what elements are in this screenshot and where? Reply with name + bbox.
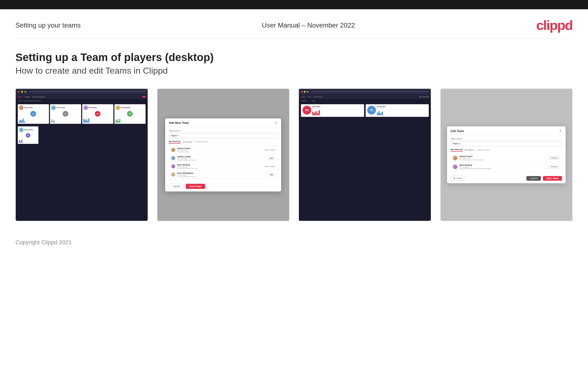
ss3-dot-3 bbox=[307, 91, 308, 93]
card-4: Edit Team ✕ Team Name * My Team (2) All … bbox=[440, 89, 573, 221]
modal-footer: Cancel Save Team bbox=[165, 182, 281, 191]
player-info-3: Blair McHarg Plus HandicapRoyal North De… bbox=[177, 164, 262, 169]
card-2-screenshot: Add New Team ✕ Team Name * My Team (2) A… bbox=[157, 89, 289, 221]
ss3-nav-teams: Teams bbox=[308, 96, 312, 98]
edit-player-name-2: Blair McHarg bbox=[459, 164, 547, 166]
delete-team-button[interactable]: 🗑 Delete bbox=[451, 176, 465, 181]
player-avatar-4 bbox=[171, 172, 175, 177]
ss1-topbar bbox=[16, 89, 148, 94]
ss1-player-2: Adrian Collins 0 bbox=[50, 104, 81, 124]
ss1-player-3: Blair McHarg 94 bbox=[82, 104, 113, 124]
card-4-text: 4) When editing your Team, you can chang… bbox=[441, 221, 573, 221]
edit-players-list: Adrian Player Plus HandicapThe Shire Lon… bbox=[451, 154, 562, 171]
edit-modal-tabs: My Team (2) All Players ☑ Filter by name bbox=[451, 148, 562, 152]
main-content: Setting up a Team of players (desktop) H… bbox=[0, 38, 588, 231]
card-4-screenshot: Edit Team ✕ Team Name * My Team (2) All … bbox=[441, 89, 573, 221]
modal-title: Add New Team bbox=[169, 121, 189, 124]
edit-player-avatar-2 bbox=[453, 164, 457, 169]
card-2-text: 2) Type the name of this Team and then s… bbox=[157, 221, 289, 221]
ss1-logo: clippd bbox=[18, 96, 22, 98]
edit-modal-close-icon[interactable]: ✕ bbox=[559, 129, 562, 133]
ss1-nav-teams: My Performance bbox=[32, 96, 45, 98]
player-name-1: Adrian Player bbox=[177, 147, 262, 150]
player-info-1: Adrian Player Plus HandicapThe Shire Lon… bbox=[177, 147, 262, 153]
cancel-button[interactable]: Cancel bbox=[169, 184, 184, 189]
ss1-name-4: Dave Billingham bbox=[121, 107, 131, 108]
clippd-logo: clippd bbox=[536, 18, 573, 33]
card-3-screenshot: clippd Teams My Performance All Players … bbox=[299, 89, 431, 221]
player-action-3: Player Added bbox=[265, 165, 275, 167]
ss3-logo: clippd bbox=[301, 96, 306, 98]
ss3-url-bar bbox=[312, 91, 429, 92]
edit-team-name-input[interactable] bbox=[451, 141, 562, 146]
ss3-pdetail-2: Plus Handicap bbox=[377, 107, 427, 109]
top-black-bar bbox=[0, 0, 588, 9]
ss3-pdetail-1: Plus Handicap bbox=[312, 107, 363, 109]
edit-player-row-2: Blair McHarg Plus HandicapRoyal North De… bbox=[451, 162, 562, 171]
page-subtitle: How to create and edit Teams in Clippd bbox=[15, 66, 573, 76]
edit-player-info-2: Blair McHarg Plus HandicapRoyal North De… bbox=[459, 164, 547, 169]
ss3-score-1: 94 bbox=[303, 106, 311, 115]
header-center-text: User Manual – November 2022 bbox=[262, 21, 355, 29]
header-left-text: Setting up your teams bbox=[15, 21, 81, 29]
edit-team-modal: Edit Team ✕ Team Name * My Team (2) All … bbox=[447, 126, 566, 183]
ss1-avatar-5 bbox=[19, 127, 23, 132]
footer: Copyright Clippd 2021 bbox=[0, 231, 588, 254]
edit-player-detail-1: Plus HandicapThe Shire London, United Ki… bbox=[459, 158, 547, 161]
page-title: Setting up a Team of players (desktop) bbox=[15, 51, 573, 64]
header: Setting up your teams User Manual – Nove… bbox=[0, 9, 588, 38]
modal-close-icon[interactable]: ✕ bbox=[275, 121, 278, 125]
remove-player-1-button[interactable]: Remove bbox=[549, 156, 560, 160]
ss1-score-1: 84 bbox=[30, 111, 36, 117]
team-name-label: Team Name * bbox=[169, 130, 278, 132]
edit-player-info-1: Adrian Player Plus HandicapThe Shire Lon… bbox=[459, 155, 547, 161]
ss3-nav-perf: My Performance bbox=[313, 96, 323, 98]
add-player-4-button[interactable]: Add bbox=[267, 173, 275, 176]
ss3-icon-2 bbox=[423, 96, 425, 98]
ss1-bars-5 bbox=[19, 139, 37, 143]
ss3-breadcrumb: All Players | Team A bbox=[299, 99, 431, 103]
player-name-3: Blair McHarg bbox=[177, 164, 262, 166]
ss1-url-bar bbox=[30, 91, 146, 92]
ss1-add-team-btn bbox=[142, 96, 146, 98]
edit-player-detail-2: Plus HandicapRoyal North Devon Golf Club… bbox=[459, 166, 547, 169]
ss1-nav: clippd Home My Performance bbox=[16, 94, 148, 99]
card-2: Add New Team ✕ Team Name * My Team (2) A… bbox=[157, 89, 290, 221]
tab-all-players[interactable]: All Players bbox=[183, 141, 192, 143]
card-3: clippd Teams My Performance All Players … bbox=[299, 89, 431, 221]
team-name-input[interactable] bbox=[169, 133, 278, 138]
cards-grid: clippd Home My Performance Finding 4 out… bbox=[15, 89, 573, 221]
ss3-bars-1 bbox=[312, 110, 363, 115]
player-row-1: Adrian Player Plus HandicapThe Shire Lon… bbox=[169, 146, 277, 154]
ss1-bars-3 bbox=[83, 118, 112, 123]
add-player-2-button[interactable]: Add bbox=[267, 156, 275, 160]
ss1-players-grid: Adrian Coliba 84 bbox=[16, 103, 148, 125]
edit-cancel-button[interactable]: Cancel bbox=[526, 176, 541, 181]
ss1-avatar-4 bbox=[115, 105, 120, 110]
ss1-dot-2 bbox=[21, 91, 23, 93]
ss3-player-1: 94 Blair McHarg Plus Handicap bbox=[301, 104, 364, 117]
ss3-icon-1 bbox=[419, 96, 422, 98]
edit-modal-title: Edit Team bbox=[451, 129, 464, 133]
ss1-bars-4 bbox=[115, 118, 145, 123]
edit-save-team-button[interactable]: Save Team bbox=[543, 176, 562, 181]
player-detail-1: Plus HandicapThe Shire London bbox=[177, 150, 262, 153]
filter-by-name[interactable]: ☑ Filter by name bbox=[195, 141, 208, 143]
tab-my-team[interactable]: My Team (2) bbox=[169, 140, 181, 144]
ss1-name-3: Blair McHarg bbox=[89, 107, 97, 108]
ss1-avatar-3 bbox=[83, 105, 88, 110]
ss3-nav: clippd Teams My Performance bbox=[299, 94, 431, 99]
player-info-2: Adrian Coliba Plus HandicapCentral Londo… bbox=[177, 155, 265, 161]
player-row-2: Adrian Coliba Plus HandicapCentral Londo… bbox=[169, 154, 277, 162]
player-avatar-3 bbox=[171, 164, 175, 168]
edit-filter-by-name[interactable]: ☑ Filter by name bbox=[476, 149, 490, 151]
player-detail-3: Plus HandicapRoyal North Devon Golf Club bbox=[177, 166, 262, 169]
remove-player-2-button[interactable]: Remove bbox=[549, 165, 560, 168]
ss1-dot-1 bbox=[18, 91, 20, 93]
edit-tab-all-players[interactable]: All Players bbox=[465, 149, 474, 151]
ss3-score-2: 72 bbox=[367, 106, 376, 115]
edit-tab-my-team[interactable]: My Team (2) bbox=[451, 148, 463, 152]
trash-icon: 🗑 bbox=[453, 177, 456, 179]
ss3-pencil-icon[interactable] bbox=[426, 96, 429, 98]
save-team-button[interactable]: Save Team bbox=[186, 184, 205, 189]
